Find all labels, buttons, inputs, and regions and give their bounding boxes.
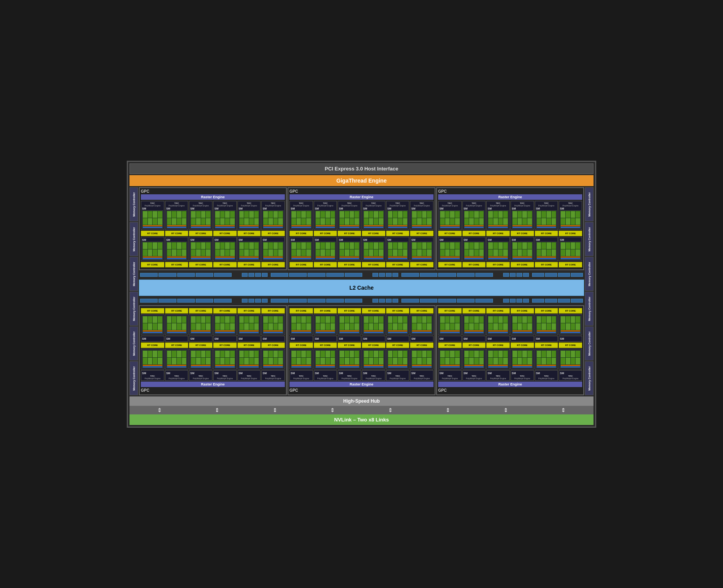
gpc-1: GPC Raster Engine TPC PolyMorph Engine S… [139,187,287,270]
mem-ctrl-left-3: Memory Controller [129,257,138,291]
rt-core-1: RT CORE [141,231,164,236]
rt-core-4: RT CORE [213,231,237,236]
mem-ctrl-right-4: Memory Controller [585,292,594,326]
mem-ctrl-right-6: Memory Controller [585,361,594,395]
chip-diagram: PCI Express 3.0 Host Interface GigaThrea… [127,161,596,428]
main-chip-area: Memory Controller Memory Controller Memo… [129,187,594,395]
tpc-1-3: TPC PolyMorph Engine SM [189,201,212,230]
gpc-2-title: GPC [290,189,433,194]
high-speed-hub: High-Speed Hub [129,396,594,406]
io-row-bottom [139,298,584,304]
tpc-1-1: TPC PolyMorph Engine SM [141,201,164,230]
rt-core-2: RT CORE [165,231,189,236]
gpc-6: RT CORE RT CORE RT CORE RT CORE RT CORE … [436,305,584,395]
raster-engine-6: Raster Engine [438,382,582,387]
mem-ctrl-left-2: Memory Controller [129,222,138,256]
raster-engine-5: Raster Engine [290,382,433,387]
mem-ctrl-left-5: Memory Controller [129,326,138,360]
rt-core-row-1-2: RT CORE RT CORE RT CORE RT CORE RT CORE … [141,262,285,267]
hub-arrows-row: ⇕ ⇕ ⇕ ⇕ ⇕ ⇕ ⇕ ⇕ [129,406,594,414]
mem-ctrl-left-1: Memory Controller [129,187,138,221]
center-area: GPC Raster Engine TPC PolyMorph Engine S… [139,187,584,395]
hub-arrow-7: ⇕ [504,407,508,413]
rt-core-5: RT CORE [237,231,261,236]
tpc-1-6: TPC PolyMorph Engine SM [261,201,285,230]
raster-engine-2: Raster Engine [290,194,433,200]
gpc-3: GPC Raster Engine TPCPolyMorph EngineSM … [436,187,584,270]
io-row-top [139,272,584,278]
hub-arrow-8: ⇕ [561,407,566,413]
hub-arrow-4: ⇕ [330,407,335,413]
gpc-4: RT CORE RT CORE RT CORE RT CORE RT CORE … [139,305,287,395]
tpc-row-1-top: TPC PolyMorph Engine SM TPC PolyMorph En… [141,201,285,230]
raster-engine-4: Raster Engine [141,382,285,387]
rt-core-6: RT CORE [261,231,285,236]
hub-arrow-3: ⇕ [273,407,277,413]
mem-ctrl-left-4: Memory Controller [129,292,138,326]
gpc-1-title: GPC [141,189,285,194]
hub-arrow-6: ⇕ [446,407,450,413]
gpc-3-title: GPC [438,189,582,194]
hub-arrow-5: ⇕ [388,407,393,413]
tpc-1-4: TPC PolyMorph Engine SM [213,201,237,230]
raster-engine-1: Raster Engine [141,194,285,200]
top-gpc-row: GPC Raster Engine TPC PolyMorph Engine S… [139,187,584,270]
rt-core-3: RT CORE [189,231,212,236]
mem-ctrl-right-1: Memory Controller [585,187,594,221]
rt-core-row-1-1: RT CORE RT CORE RT CORE RT CORE RT CORE … [141,231,285,236]
gpc-2: GPC Raster Engine TPCPolyMorph EngineSM … [288,187,435,270]
mem-ctrl-right-3: Memory Controller [585,257,594,291]
mem-ctrl-right-2: Memory Controller [585,222,594,256]
pcie-bar: PCI Express 3.0 Host Interface [129,163,594,174]
bottom-gpc-row: RT CORE RT CORE RT CORE RT CORE RT CORE … [139,305,584,395]
mem-ctrl-left-6: Memory Controller [129,361,138,395]
hub-arrow-1: ⇕ [157,407,162,413]
right-memory-controllers: Memory Controller Memory Controller Memo… [585,187,594,395]
left-memory-controllers: Memory Controller Memory Controller Memo… [129,187,138,395]
tpc-1-5: TPC PolyMorph Engine SM [237,201,261,230]
sm-row-2: SM SM SM SM [141,237,285,261]
hub-arrow-2: ⇕ [215,407,219,413]
nvlink-bar: NVLink – Two x8 Links [129,414,594,425]
raster-engine-3: Raster Engine [438,194,582,200]
tpc-1-2: TPC PolyMorph Engine SM [165,201,189,230]
gigathread-bar: GigaThread Engine [129,175,594,186]
gpc-5: RT CORE RT CORE RT CORE RT CORE RT CORE … [288,305,435,395]
mem-ctrl-right-5: Memory Controller [585,326,594,360]
l2-cache: L2 Cache [139,280,584,296]
